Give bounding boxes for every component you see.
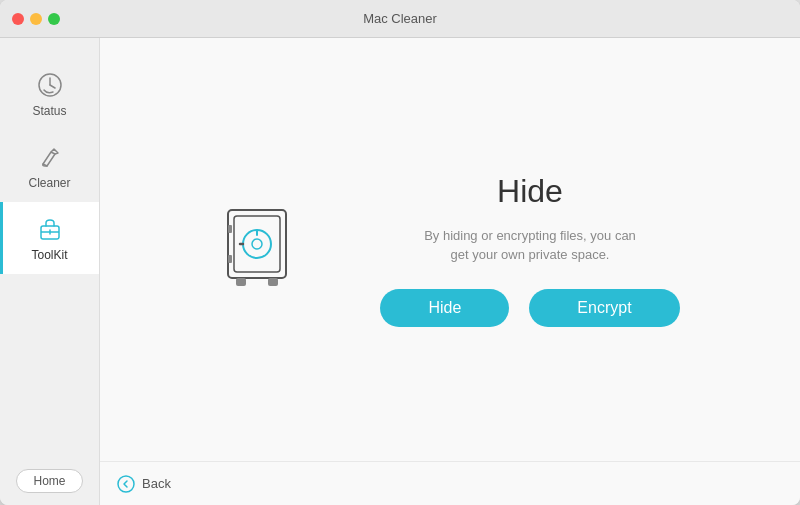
content-footer: Back (100, 461, 800, 505)
close-button[interactable] (12, 13, 24, 25)
svg-rect-13 (268, 278, 278, 286)
svg-rect-11 (228, 255, 232, 263)
page-description: By hiding or encrypting files, you can g… (420, 226, 640, 265)
svg-rect-10 (228, 225, 232, 233)
sidebar-item-toolkit[interactable]: ToolKit (0, 202, 99, 274)
page-title: Hide (497, 173, 563, 210)
window-title: Mac Cleaner (363, 11, 437, 26)
status-label: Status (32, 104, 66, 118)
back-label: Back (142, 476, 171, 491)
traffic-lights (12, 13, 60, 25)
sidebar-bottom: Home (0, 457, 99, 505)
maximize-button[interactable] (48, 13, 60, 25)
sidebar-item-status[interactable]: Status (0, 58, 99, 130)
hide-button[interactable]: Hide (380, 289, 509, 327)
app-window: Mac Cleaner Status (0, 0, 800, 505)
right-panel: Hide By hiding or encrypting files, you … (380, 173, 679, 327)
content-main: Hide By hiding or encrypting files, you … (100, 38, 800, 461)
cleaner-icon (35, 142, 65, 172)
minimize-button[interactable] (30, 13, 42, 25)
content-area: Hide By hiding or encrypting files, you … (100, 38, 800, 505)
toolkit-label: ToolKit (31, 248, 67, 262)
main-content: Status Cleaner (0, 38, 800, 505)
svg-point-14 (118, 476, 134, 492)
encrypt-button[interactable]: Encrypt (529, 289, 679, 327)
sidebar-item-cleaner[interactable]: Cleaner (0, 130, 99, 202)
svg-point-7 (252, 239, 262, 249)
toolkit-icon (35, 214, 65, 244)
back-button[interactable]: Back (116, 474, 171, 494)
svg-rect-4 (228, 210, 286, 278)
sidebar: Status Cleaner (0, 38, 100, 505)
action-buttons: Hide Encrypt (380, 289, 679, 327)
back-icon (116, 474, 136, 494)
title-bar: Mac Cleaner (0, 0, 800, 38)
cleaner-label: Cleaner (28, 176, 70, 190)
home-button[interactable]: Home (16, 469, 82, 493)
status-icon (35, 70, 65, 100)
svg-rect-12 (236, 278, 246, 286)
safe-illustration (220, 205, 300, 295)
